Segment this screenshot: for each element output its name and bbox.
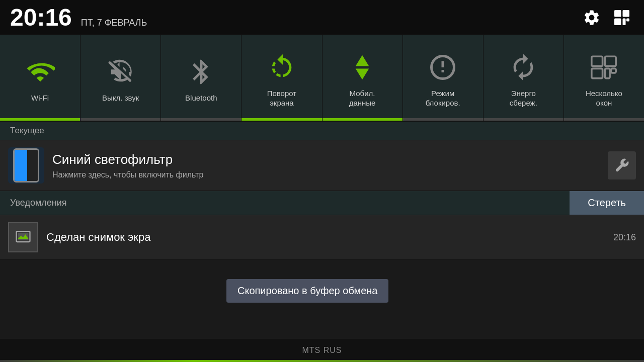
bluetooth-bar <box>161 118 241 121</box>
powersave-label: Энергосбереж. <box>510 88 537 108</box>
powersave-toggle[interactable]: Энергосбереж. <box>484 35 564 121</box>
rotation-label: Поворотэкрана <box>267 88 297 108</box>
svg-rect-6 <box>442 61 444 67</box>
bottom-bar: MTS RUS <box>0 339 644 362</box>
wifi-icon <box>24 56 56 88</box>
quick-toggles: Wi-Fi Выкл. звук Bluetooth Поворотэкрана <box>0 35 644 122</box>
rotation-toggle[interactable]: Поворотэкрана <box>242 35 322 121</box>
current-section-label: Текущее <box>10 126 44 135</box>
sound-label: Выкл. звук <box>102 93 139 103</box>
svg-rect-9 <box>605 56 616 66</box>
screenshot-notification[interactable]: Сделан снимок экра 20:16 <box>0 215 644 260</box>
clear-notifications-button[interactable]: Стереть <box>570 191 644 215</box>
multiwindow-toggle[interactable]: Несколькоокон <box>564 35 644 121</box>
svg-rect-0 <box>614 10 621 17</box>
sound-bar <box>80 118 160 121</box>
status-bar: 20:16 ПТ, 7 ФЕВРАЛЬ <box>0 0 644 35</box>
mobiledata-icon <box>346 51 378 83</box>
bottom-line <box>0 360 644 362</box>
svg-rect-3 <box>623 18 626 25</box>
svg-rect-11 <box>605 68 610 78</box>
notifications-label: Уведомления <box>0 193 77 213</box>
bluetooth-icon <box>185 56 217 88</box>
sound-toggle[interactable]: Выкл. звук <box>80 35 161 121</box>
rotation-bar <box>242 118 321 121</box>
rotation-icon <box>266 51 298 83</box>
svg-rect-7 <box>442 70 444 72</box>
date-display: ПТ, 7 ФЕВРАЛЬ <box>81 18 147 28</box>
multiwindow-icon <box>588 51 620 83</box>
powersave-bar <box>484 118 564 121</box>
screenshot-icon <box>8 222 38 252</box>
svg-rect-4 <box>626 18 629 21</box>
blue-filter-icon <box>8 147 44 184</box>
svg-rect-1 <box>623 10 630 17</box>
bluetooth-toggle[interactable]: Bluetooth <box>161 35 242 121</box>
clipboard-toast: Скопировано в буфер обмена <box>226 279 388 303</box>
mobiledata-bar <box>323 118 403 121</box>
settings-button[interactable] <box>580 6 604 30</box>
powersave-icon <box>507 51 539 83</box>
bluetooth-label: Bluetooth <box>185 93 217 103</box>
blue-filter-subtitle: Нажмите здесь, чтобы включить фильтр <box>52 170 608 179</box>
blue-filter-notification[interactable]: Синий светофильтр Нажмите здесь, чтобы в… <box>0 140 644 191</box>
carrier-label: MTS RUS <box>302 346 342 355</box>
wifi-label: Wi-Fi <box>31 93 49 103</box>
status-icons <box>580 6 634 30</box>
screenshot-time: 20:16 <box>613 232 636 243</box>
notifications-header: Уведомления Стереть <box>0 191 644 215</box>
blue-filter-settings-button[interactable] <box>608 151 636 179</box>
sound-icon <box>105 56 137 88</box>
current-section-header: Текущее <box>0 122 644 140</box>
blockmode-bar <box>403 118 483 121</box>
svg-rect-2 <box>614 18 621 25</box>
multiwindow-label: Несколькоокон <box>586 88 622 108</box>
svg-rect-10 <box>592 68 603 78</box>
screenshot-text: Сделан снимок экра <box>46 231 607 244</box>
blue-filter-content: Синий светофильтр Нажмите здесь, чтобы в… <box>52 152 608 179</box>
blue-filter-title: Синий светофильтр <box>52 152 608 167</box>
blockmode-label: Режимблокиров. <box>426 88 460 108</box>
svg-rect-12 <box>611 68 616 72</box>
wifi-toggle[interactable]: Wi-Fi <box>0 35 80 121</box>
multiwindow-bar <box>564 118 644 121</box>
multiwindow-button[interactable] <box>610 6 634 30</box>
time-display: 20:16 <box>10 6 72 30</box>
blockmode-toggle[interactable]: Режимблокиров. <box>403 35 484 121</box>
time-date: 20:16 ПТ, 7 ФЕВРАЛЬ <box>10 6 147 30</box>
mobiledata-toggle[interactable]: Мобил.данные <box>323 35 403 121</box>
wifi-bar <box>0 118 80 121</box>
svg-rect-8 <box>592 56 603 66</box>
mobiledata-label: Мобил.данные <box>349 88 376 108</box>
blockmode-icon <box>427 51 459 83</box>
